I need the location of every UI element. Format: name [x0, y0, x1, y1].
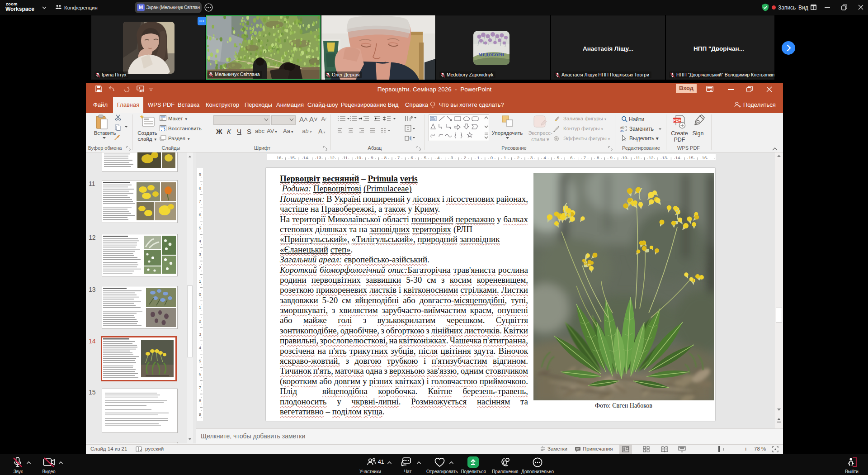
- svg-text:15: 15: [290, 155, 295, 160]
- svg-text:8: 8: [199, 185, 201, 190]
- svg-text:14: 14: [303, 155, 308, 160]
- svg-text:2: 2: [464, 155, 466, 160]
- svg-text:11: 11: [343, 155, 348, 160]
- svg-text:16: 16: [702, 155, 707, 160]
- svg-text:8: 8: [199, 398, 201, 403]
- svg-text:3: 3: [451, 155, 453, 160]
- svg-text:12: 12: [649, 155, 654, 160]
- svg-text:3: 3: [530, 155, 533, 160]
- svg-text:16: 16: [277, 155, 282, 160]
- svg-text:15: 15: [689, 155, 693, 160]
- svg-text:6: 6: [199, 371, 201, 376]
- svg-text:7: 7: [199, 199, 201, 204]
- svg-text:11: 11: [636, 155, 640, 160]
- svg-text:12: 12: [330, 155, 335, 160]
- svg-text:7: 7: [397, 155, 400, 160]
- svg-text:4: 4: [199, 345, 201, 350]
- svg-text:7: 7: [584, 155, 586, 160]
- svg-text:PDF: PDF: [673, 118, 681, 123]
- svg-text:1: 1: [199, 279, 201, 284]
- svg-text:9: 9: [199, 172, 201, 177]
- svg-text:1: 1: [477, 155, 479, 160]
- svg-text:6: 6: [410, 155, 413, 160]
- svg-text:2: 2: [517, 155, 519, 160]
- svg-text:8: 8: [597, 155, 599, 160]
- svg-text:1: 1: [199, 305, 201, 310]
- svg-text:10: 10: [356, 155, 361, 160]
- svg-text:2: 2: [199, 265, 201, 270]
- svg-text:0: 0: [491, 155, 493, 160]
- svg-text:9: 9: [199, 412, 201, 417]
- svg-text:3: 3: [199, 252, 201, 257]
- svg-text:5: 5: [424, 155, 426, 160]
- svg-text:5: 5: [557, 155, 559, 160]
- svg-text:8: 8: [384, 155, 387, 160]
- svg-text:10: 10: [622, 155, 627, 160]
- svg-text:13: 13: [662, 155, 667, 160]
- svg-text:5: 5: [199, 225, 201, 230]
- svg-text:4: 4: [437, 155, 439, 160]
- svg-text:ac: ac: [620, 128, 624, 132]
- svg-text:1: 1: [504, 155, 506, 160]
- svg-text:2: 2: [199, 318, 201, 323]
- svg-text:6: 6: [199, 212, 201, 217]
- svg-text:7: 7: [199, 385, 201, 390]
- svg-text:14: 14: [675, 155, 680, 160]
- svg-text:9: 9: [371, 155, 373, 160]
- svg-text:5: 5: [199, 358, 201, 363]
- svg-text:13: 13: [316, 155, 321, 160]
- svg-text:3: 3: [199, 332, 201, 337]
- svg-text:9: 9: [610, 155, 612, 160]
- svg-text:6: 6: [570, 155, 572, 160]
- svg-text:МЕДОБОРИ: МЕДОБОРИ: [478, 52, 504, 57]
- svg-text:4: 4: [543, 155, 546, 160]
- svg-text:0: 0: [199, 292, 201, 297]
- svg-text:4: 4: [199, 238, 201, 243]
